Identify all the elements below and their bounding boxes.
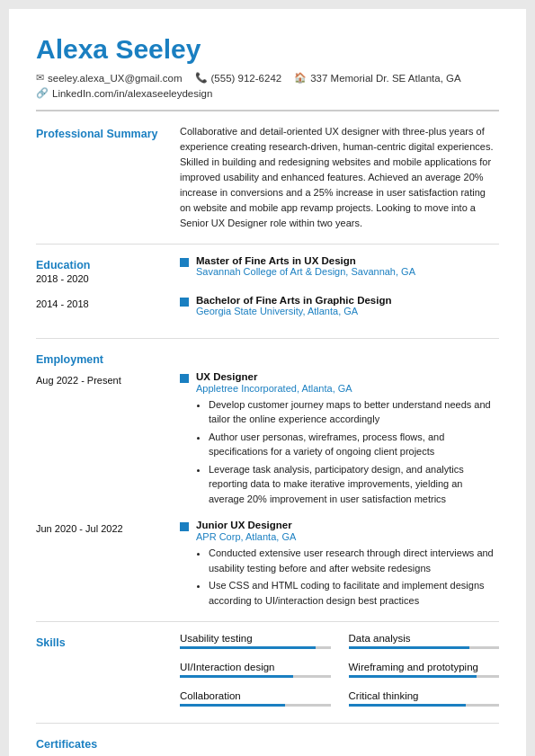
header-section: Alexa Seeley ✉ seeley.alexa_UX@gmail.com… [36,34,499,99]
contact-row: ✉ seeley.alexa_UX@gmail.com 📞 (555) 912-… [36,72,499,99]
skill-bar-fill [180,646,316,649]
summary-section: Professional Summary Collaborative and d… [36,124,499,231]
education-row: Education2018 - 2020Master of Fine Arts … [36,255,499,286]
skill-bar-fill [180,704,285,707]
phone-text: (555) 912-6242 [211,73,282,84]
skill-bar-bg [180,646,331,649]
summary-text: Collaborative and detail-oriented UX des… [180,124,499,231]
summary-label-col: Professional Summary [36,124,180,231]
summary-content: Collaborative and detail-oriented UX des… [180,124,499,231]
skill-bar-bg [180,675,331,678]
certificates-spacer [180,734,499,751]
education-section: Education2018 - 2020Master of Fine Arts … [36,255,499,325]
section-divider-3 [36,621,499,622]
skill-name: Data analysis [349,633,500,644]
employment-section: Employment Aug 2022 - PresentUX Designer… [36,350,499,611]
job-date: Aug 2022 - Present [36,373,180,386]
edu-date: 2018 - 2020 [36,271,180,284]
contact-phone: 📞 (555) 912-6242 [195,72,282,84]
skill-bar-bg [180,704,331,707]
skill-bar-bg [349,646,500,649]
address-text: 337 Memorial Dr. SE Atlanta, GA [310,73,460,84]
job-bullets: Conducted extensive user research throug… [196,546,499,608]
skill-bar-fill [349,646,469,649]
contact-address: 🏠 337 Memorial Dr. SE Atlanta, GA [294,72,460,84]
skill-bar-fill [180,675,293,678]
blue-square-icon [180,298,189,307]
employment-row: Jun 2020 - Jul 2022Junior UX DesignerAPR… [36,520,499,610]
job-bullet: Conducted extensive user research throug… [209,546,499,575]
skill-name: Usability testing [180,633,331,644]
section-divider-2 [36,338,499,339]
skill-name: UI/Interaction design [180,662,331,672]
blue-square-icon [180,522,189,531]
job-title: UX Designer [196,371,499,382]
section-divider-4 [36,723,499,724]
summary-label: Professional Summary [36,126,180,140]
contact-email: ✉ seeley.alexa_UX@gmail.com [36,72,183,84]
address-icon: 🏠 [294,72,307,84]
job-company: Appletree Incorporated, Atlanta, GA [196,383,499,394]
job-bullet: Leverage task analysis, participatory de… [209,462,499,507]
skill-item: UI/Interaction design [180,662,331,678]
skill-item: Wireframing and prototyping [349,662,500,678]
education-entry: Master of Fine Arts in UX DesignSavannah… [180,255,499,277]
edu-date: 2014 - 2018 [36,297,180,309]
job-title: Junior UX Designer [196,520,499,530]
email-text: seeley.alexa_UX@gmail.com [48,73,183,84]
job-company: APR Corp, Atlanta, GA [196,531,499,542]
job-bullet: Develop customer journey maps to better … [209,397,499,427]
skill-bar-fill [349,704,467,707]
job-bullet: Use CSS and HTML coding to facilitate an… [209,578,499,608]
resume-container: Alexa Seeley ✉ seeley.alexa_UX@gmail.com… [9,9,526,756]
edu-school: Savannah College of Art & Design, Savann… [196,266,415,277]
skills-section: Skills Usability testingData analysisUI/… [36,633,499,710]
blue-square-icon [180,374,189,383]
section-divider-1 [36,244,499,245]
employment-entries: Aug 2022 - PresentUX DesignerAppletree I… [36,371,499,611]
education-entry: Bachelor of Fine Arts in Graphic DesignG… [180,295,499,316]
skill-item: Data analysis [349,633,500,649]
skill-item: Usability testing [180,633,331,649]
phone-icon: 📞 [195,72,208,84]
edu-degree: Bachelor of Fine Arts in Graphic Design [196,295,391,306]
skill-bar-fill [349,675,477,678]
certificates-section: Certificates Aug 2020Google UX Design Pr… [36,734,499,756]
edu-school: Georgia State University, Atlanta, GA [196,306,391,316]
certificates-label: Certificates [36,736,180,751]
skills-label: Skills [36,635,180,649]
employment-label-col: Employment [36,350,180,366]
skill-bar-bg [349,675,500,678]
job-date: Jun 2020 - Jul 2022 [36,521,180,534]
skills-content: Usability testingData analysisUI/Interac… [180,633,499,710]
employment-row: Aug 2022 - PresentUX DesignerAppletree I… [36,371,499,510]
header-divider [36,110,499,111]
employment-header-row: Employment [36,350,499,366]
employment-label: Employment [36,351,180,366]
job-bullet: Author user personas, wireframes, proces… [209,430,499,459]
certificates-header-row: Certificates [36,734,499,751]
skill-name: Collaboration [180,690,331,701]
skills-grid: Usability testingData analysisUI/Interac… [180,633,499,710]
blue-square-icon [180,258,189,267]
linkedin-icon: 🔗 [36,87,49,99]
employment-spacer [180,350,499,366]
candidate-name: Alexa Seeley [36,34,499,65]
certificates-label-col: Certificates [36,734,180,751]
education-row: 2014 - 2018Bachelor of Fine Arts in Grap… [36,295,499,325]
education-label: Education [36,257,180,271]
skill-item: Collaboration [180,690,331,707]
skill-bar-bg [349,704,500,707]
job-bullets: Develop customer journey maps to better … [196,397,499,507]
linkedin-text: LinkedIn.com/in/alexaseeleydesign [52,88,212,99]
skill-item: Critical thinking [349,690,500,707]
skill-name: Wireframing and prototyping [349,662,500,672]
skills-label-col: Skills [36,633,180,710]
edu-degree: Master of Fine Arts in UX Design [196,255,415,266]
skill-name: Critical thinking [349,690,500,701]
contact-linkedin: 🔗 LinkedIn.com/in/alexaseeleydesign [36,87,212,99]
email-icon: ✉ [36,72,44,84]
